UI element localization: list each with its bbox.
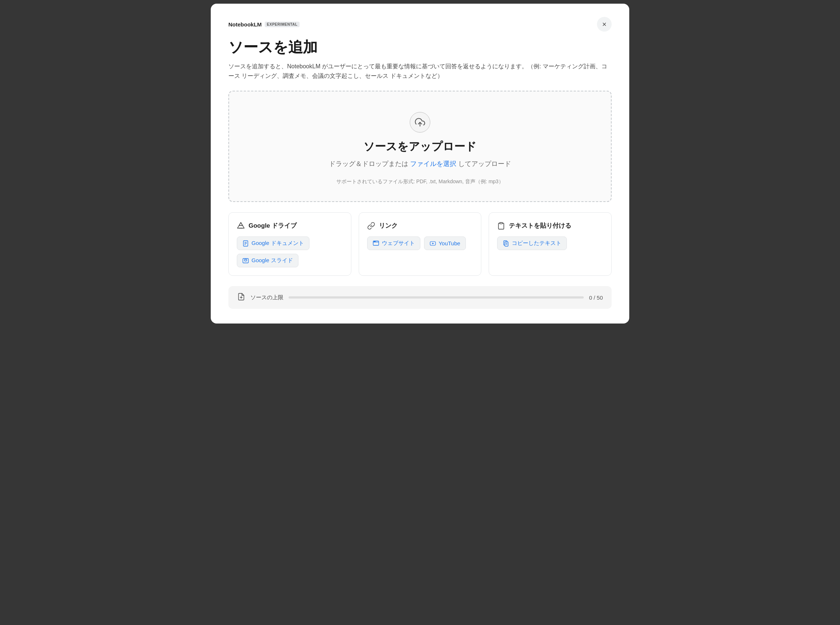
link-icon [367, 222, 375, 230]
youtube-label: YouTube [439, 240, 460, 246]
copied-text-icon [503, 240, 509, 247]
google-docs-chip[interactable]: Google ドキュメント [237, 236, 309, 250]
google-drive-icon [237, 222, 245, 230]
google-drive-chips: Google ドキュメント Google スライド [237, 236, 343, 267]
website-label: ウェブサイト [382, 240, 415, 247]
svg-point-11 [375, 241, 375, 242]
paste-text-chips: コピーしたテキスト [497, 236, 603, 250]
svg-rect-14 [500, 222, 503, 224]
google-drive-card: Google ドライブ Google ドキュメント [228, 212, 351, 276]
google-slides-icon [242, 257, 249, 264]
upload-formats: サポートされているファイル形式: PDF, .txt, Markdown, 音声… [336, 179, 504, 185]
svg-rect-16 [505, 242, 508, 246]
dialog-description: ソースを追加すると、NotebookLM がユーザーにとって最も重要な情報に基づ… [228, 62, 612, 81]
copied-text-chip[interactable]: コピーしたテキスト [497, 236, 567, 250]
link-title: リンク [367, 221, 473, 230]
google-drive-label: Google ドライブ [248, 221, 297, 230]
link-label: リンク [379, 221, 397, 230]
experimental-badge: EXPERIMENTAL [265, 22, 300, 27]
svg-point-10 [374, 241, 374, 242]
close-button[interactable]: × [597, 17, 612, 31]
google-slides-chip[interactable]: Google スライド [237, 254, 298, 267]
google-docs-label: Google ドキュメント [252, 240, 304, 247]
source-limit-count: 0 / 50 [589, 294, 603, 301]
upload-subtitle-prefix: ドラッグ＆ドロップまたは [329, 160, 408, 168]
clipboard-icon [497, 222, 505, 230]
google-docs-icon [242, 240, 249, 247]
copied-text-label: コピーしたテキスト [512, 240, 561, 247]
source-options-grid: Google ドライブ Google ドキュメント [228, 212, 612, 276]
youtube-chip[interactable]: YouTube [424, 236, 466, 250]
dialog-title: ソースを追加 [228, 38, 612, 56]
source-limit-label: ソースの上限 [250, 294, 283, 301]
paste-text-card: テキストを貼り付ける コピーしたテキスト [489, 212, 612, 276]
google-slides-label: Google スライド [252, 257, 293, 264]
upload-drop-zone[interactable]: ソースをアップロード ドラッグ＆ドロップまたは ファイルを選択 してアップロード… [228, 91, 612, 202]
select-file-link[interactable]: ファイルを選択 [410, 160, 456, 168]
upload-subtitle-suffix: してアップロード [458, 160, 511, 168]
dialog-overlay: NotebookLM EXPERIMENTAL × ソースを追加 ソースを追加す… [0, 0, 840, 625]
paste-text-label: テキストを貼り付ける [509, 221, 571, 230]
upload-title: ソースをアップロード [363, 139, 477, 154]
paste-text-title: テキストを貼り付ける [497, 221, 603, 230]
website-icon [373, 240, 379, 247]
add-source-dialog: NotebookLM EXPERIMENTAL × ソースを追加 ソースを追加す… [211, 4, 629, 323]
link-chips: ウェブサイト YouTube [367, 236, 473, 250]
upload-icon [410, 112, 430, 132]
website-chip[interactable]: ウェブサイト [367, 236, 420, 250]
source-limit-icon [237, 293, 245, 302]
youtube-icon [430, 240, 436, 247]
google-drive-title: Google ドライブ [237, 221, 343, 230]
upload-subtitle: ドラッグ＆ドロップまたは ファイルを選択 してアップロード [329, 159, 511, 168]
svg-rect-7 [244, 259, 247, 261]
dialog-header: NotebookLM EXPERIMENTAL × [228, 17, 612, 31]
source-limit-progress-bar [289, 296, 584, 299]
app-name: NotebookLM [228, 21, 262, 28]
link-card: リンク ウェブサイト [359, 212, 482, 276]
source-limit-bar: ソースの上限 0 / 50 [228, 286, 612, 309]
notebooklm-badge: NotebookLM EXPERIMENTAL [228, 21, 300, 28]
